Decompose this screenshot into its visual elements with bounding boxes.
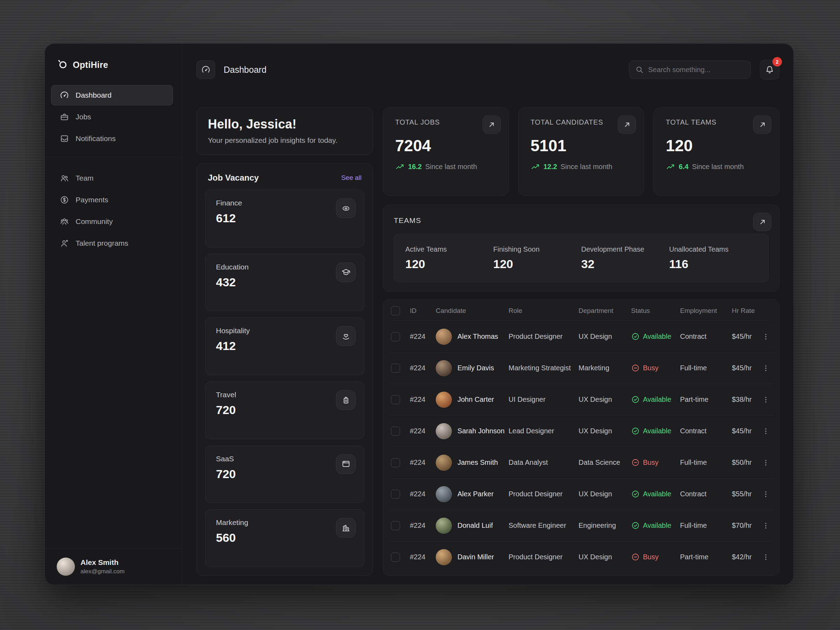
kebab-icon — [762, 427, 770, 436]
notifications-button[interactable]: 2 — [760, 60, 780, 79]
row-checkbox[interactable] — [391, 489, 400, 499]
vacancy-card: Finance 612 — [205, 190, 364, 248]
col-status: Status — [631, 307, 680, 315]
check-circle-icon — [631, 489, 640, 498]
search-box[interactable] — [629, 60, 751, 79]
stat-value: 5101 — [531, 136, 632, 155]
vacancy-category-button[interactable] — [336, 518, 355, 538]
candidate-name: Alex Thomas — [458, 333, 498, 341]
status-badge: Available — [631, 489, 680, 498]
select-all-checkbox[interactable] — [391, 306, 400, 315]
candidate-avatar — [436, 549, 452, 565]
sidebar-item[interactable]: Jobs — [51, 107, 173, 127]
main-area: Dashboard 2 Hello, Jessica! Your persona… — [182, 44, 793, 585]
trend-note: Since last month — [425, 163, 477, 171]
table-row[interactable]: #224 James Smith Data Analyst Data Scien… — [389, 447, 774, 478]
teams-stat-value: 32 — [581, 257, 669, 271]
greeting-card: Hello, Jessica! Your personalized job in… — [196, 107, 373, 155]
vacancy-count: 560 — [216, 531, 354, 545]
cell-rate: $38/hr — [732, 395, 760, 404]
stat-expand-button[interactable] — [483, 115, 501, 134]
sidebar-item[interactable]: Dashboard — [51, 85, 173, 105]
status-badge: Busy — [631, 364, 680, 373]
row-checkbox[interactable] — [391, 395, 400, 404]
teams-stat-label: Finishing Soon — [493, 245, 581, 253]
minus-circle-icon — [631, 458, 640, 467]
job-vacancy-panel: Job Vacancy See all Finance 612 — [196, 163, 373, 576]
stats-row: TOTAL JOBS 7204 16.2 Since last month — [383, 107, 780, 196]
nav-item-label: Team — [76, 174, 93, 182]
table-row[interactable]: #224 Alex Parker Product Designer UX Des… — [389, 478, 774, 510]
col-id: ID — [410, 307, 436, 315]
check-circle-icon — [631, 332, 640, 341]
vacancy-label: Marketing — [216, 518, 354, 527]
search-icon — [635, 65, 644, 74]
row-menu-button[interactable] — [760, 425, 772, 437]
vacancy-category-button[interactable] — [336, 454, 355, 474]
row-menu-button[interactable] — [760, 520, 772, 532]
nav-item-icon — [60, 173, 69, 183]
candidate-name: John Carter — [458, 395, 494, 404]
vacancy-category-button[interactable] — [336, 262, 355, 282]
table-row[interactable]: #224 Alex Thomas Product Designer UX Des… — [389, 321, 774, 352]
teams-expand-button[interactable] — [753, 213, 771, 231]
minus-circle-icon — [631, 364, 640, 373]
row-menu-button[interactable] — [760, 457, 772, 469]
vacancy-count: 720 — [216, 403, 354, 417]
sidebar-item[interactable]: Team — [51, 168, 173, 188]
table-row[interactable]: #224 Davin Miller Product Designer UX De… — [389, 541, 774, 573]
vacancy-count: 412 — [216, 339, 354, 353]
sidebar-item[interactable]: Notifications — [51, 128, 173, 149]
table-row[interactable]: #224 Sarah Johnson Lead Designer UX Desi… — [389, 415, 774, 447]
row-checkbox[interactable] — [391, 427, 400, 436]
user-avatar — [57, 557, 75, 576]
status-label: Available — [643, 395, 671, 404]
row-menu-button[interactable] — [760, 394, 772, 406]
sidebar-item[interactable]: Payments — [51, 190, 173, 210]
vacancy-category-button[interactable] — [336, 326, 355, 346]
row-menu-button[interactable] — [760, 362, 772, 374]
teams-title: TEAMS — [394, 216, 769, 225]
cell-department: UX Design — [579, 553, 631, 561]
row-checkbox[interactable] — [391, 332, 400, 341]
cell-id: #224 — [410, 333, 436, 341]
row-checkbox[interactable] — [391, 458, 400, 467]
sidebar-item[interactable]: Community — [51, 212, 173, 232]
table-row[interactable]: #224 Emily Davis Marketing Strategist Ma… — [389, 352, 774, 384]
col-role: Role — [508, 307, 579, 315]
row-menu-button[interactable] — [760, 551, 772, 563]
stat-expand-button[interactable] — [618, 115, 636, 134]
row-menu-button[interactable] — [760, 331, 772, 343]
vacancy-category-button[interactable] — [336, 390, 355, 410]
vacancy-category-button[interactable] — [336, 199, 355, 218]
cell-rate: $42/hr — [732, 553, 760, 561]
teams-stat-value: 116 — [669, 257, 757, 271]
row-checkbox[interactable] — [391, 553, 400, 562]
table-row[interactable]: #224 Donald Luif Software Engineer Engin… — [389, 510, 774, 541]
cell-id: #224 — [410, 458, 436, 467]
table-row[interactable]: #224 John Carter UI Designer UX Design — [389, 384, 774, 415]
row-menu-button[interactable] — [760, 488, 772, 500]
search-input[interactable] — [648, 66, 745, 74]
row-checkbox[interactable] — [391, 521, 400, 530]
vacancy-card: Hospitality 412 — [205, 317, 364, 375]
page-title: Dashboard — [224, 65, 266, 75]
job-vacancy-title: Job Vacancy — [208, 173, 259, 183]
candidate-avatar — [436, 360, 452, 376]
cell-department: UX Design — [579, 427, 631, 435]
app-name: OptiHire — [73, 60, 108, 70]
kebab-icon — [762, 364, 770, 373]
vacancy-count: 612 — [216, 212, 354, 225]
teams-stat-value: 120 — [405, 257, 493, 271]
logo: OptiHire — [45, 44, 182, 83]
kebab-icon — [762, 490, 770, 498]
user-profile[interactable]: Alex Smith alex@gmail.com — [45, 548, 182, 585]
cell-role: UI Designer — [508, 395, 579, 404]
see-all-link[interactable]: See all — [341, 174, 362, 182]
stat-expand-button[interactable] — [753, 115, 771, 134]
candidate-avatar — [436, 392, 452, 408]
sidebar-item[interactable]: Talent programs — [51, 233, 173, 253]
stat-label: TOTAL JOBS — [395, 118, 497, 126]
cell-role: Data Analyst — [508, 458, 579, 467]
row-checkbox[interactable] — [391, 364, 400, 373]
